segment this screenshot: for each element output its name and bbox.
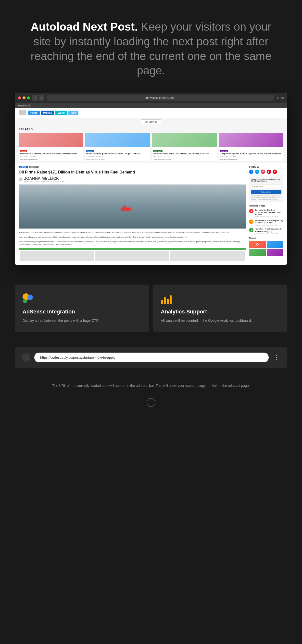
article-thumb-4: [219, 132, 283, 147]
topic-thumb-4[interactable]: [267, 249, 284, 256]
site-logo: [19, 110, 26, 115]
author-meta: JANUARY 23, 2020 · 3.4k VIEWS · 5 MINUTE…: [24, 181, 64, 182]
social-icons: f t in p ▶: [249, 170, 283, 174]
topic-thumb-1[interactable]: ▶: [249, 241, 266, 248]
adsense-card: AdSense Integration Display an ad betwee…: [15, 284, 149, 332]
youtube-icon[interactable]: ▶: [273, 170, 277, 174]
trending-meta-2: FEBRUARY 12, 2020 · 1.4K VIEWS: [255, 224, 283, 226]
dot-close[interactable]: [18, 96, 21, 99]
subscribe-button[interactable]: Subscribe ▸: [251, 190, 281, 194]
bottom-circle: [0, 393, 302, 417]
topics-title: Topics: [249, 237, 283, 239]
share-button[interactable]: ⬆: [276, 96, 279, 100]
topic-thumb-2[interactable]: [267, 241, 284, 248]
add-tab-button[interactable]: ⊞: [281, 96, 284, 100]
article-card[interactable]: HEALTH Out of Medical Equipment Will Ben…: [85, 132, 150, 161]
articles-grid: WORLD Americans Are Starting to Venture …: [19, 132, 283, 161]
forward-button[interactable]: ›: [39, 95, 44, 100]
article-meta-4: JULY ADMIN · 1.4k MINS: [220, 156, 282, 158]
nav-politics[interactable]: Politics: [41, 110, 54, 115]
trending-title-3: How Virus-Hit Airlines Around the World …: [255, 228, 283, 232]
section-title: Related: [19, 128, 283, 131]
menu-dot-1: [276, 354, 277, 356]
pinterest-icon[interactable]: p: [267, 170, 271, 174]
adsense-desc: Display an ad between the posts with a h…: [23, 318, 141, 323]
article-tag-3: ECONOMY: [153, 150, 163, 152]
author-line: JOANNA MELLICK JANUARY 23, 2020 · 3.4k V…: [19, 176, 246, 182]
back-button[interactable]: ‹: [32, 95, 38, 100]
article-tags: WORLD HEALTH: [19, 166, 246, 168]
author-avatar: [19, 178, 23, 181]
site-header: Home Politics World Tech: [15, 108, 287, 118]
url-description: The URL of the currently loaded post wil…: [0, 378, 302, 393]
trending-num-2: 2: [249, 220, 253, 224]
article-paragraph-3: Sociis consequat adipiscing sit curabitu…: [19, 240, 246, 246]
article-tag-2: HEALTH: [86, 150, 94, 152]
trending-meta-3: FEBRUARY 12, 2020 · 1.4K VIEWS: [255, 233, 283, 234]
url-bar[interactable]: https://codesupply.co/posts/startups-how…: [34, 352, 269, 362]
article-card[interactable]: WORLD Americans Are Starting to Venture …: [19, 132, 83, 161]
topics-grid: ▶: [249, 241, 283, 256]
article-card[interactable]: ECONOMY Luxury Can No Longer Exist Witho…: [152, 132, 217, 161]
tab-bar: newsblock: [15, 103, 287, 108]
hero-title-bold: Autoload Next Post.: [31, 20, 138, 33]
adsense-green-circle: [23, 299, 27, 303]
facebook-icon[interactable]: f: [249, 170, 253, 174]
main-article-title: Oil Firms Raise $171 Billion in Debt as …: [19, 170, 246, 175]
newsletter-box: Get notified of the best deals on our Wo…: [249, 176, 283, 202]
analytics-desc: All views will be counted in the Google …: [161, 318, 279, 323]
topic-thumb-3[interactable]: [249, 249, 266, 256]
article-thumb-3: [152, 132, 217, 147]
adsense-icon: [23, 293, 141, 304]
newsletter-email-input[interactable]: [251, 184, 281, 188]
instagram-icon[interactable]: in: [261, 170, 265, 174]
article-meta-2: JULY ADMIN · 1.4k MINS: [86, 156, 149, 158]
trending-posts: Trending Posts 1 Scientists Say The Grea…: [249, 204, 283, 234]
trending-meta-1: FEBRUARY 12, 2020 · 1.4K VIEWS: [255, 216, 283, 218]
nav-world[interactable]: World: [55, 110, 67, 115]
breadcrumb-bar: Get Started ▸: [15, 118, 287, 126]
trending-title-1: Scientists Say The Great Lockdown May Ea…: [255, 209, 283, 216]
loading-bar: [19, 248, 246, 250]
trending-item-3[interactable]: 3 How Virus-Hit Airlines Around the Worl…: [249, 228, 283, 234]
nav-tech[interactable]: Tech: [68, 110, 79, 115]
trending-title-2: September 26 Is Most Popular Day for Bab…: [255, 220, 283, 224]
twitter-icon[interactable]: t: [255, 170, 259, 174]
article-tag-1: WORLD: [20, 150, 27, 152]
follow-us: Follow Us f t in p ▶: [249, 166, 283, 174]
menu-dot-2: [276, 357, 277, 358]
sidebar: Follow Us f t in p ▶ Get notified of the…: [249, 166, 283, 262]
article-paragraph-2: Metus eros tellus viverra justo sapien q…: [19, 236, 246, 238]
article-meta-3: JULY ADMIN · 1.4k MINS: [153, 156, 216, 158]
preview-card-3: [170, 251, 245, 261]
adsense-blue-circle: [28, 294, 33, 300]
browser-content: Home Politics World Tech Get Started ▸ R…: [15, 108, 287, 265]
dot-maximize[interactable]: [27, 96, 30, 99]
main-content-area: WORLD HEALTH Oil Firms Raise $171 Billio…: [15, 163, 287, 265]
analytics-card: Analytics Support All views will be coun…: [153, 284, 287, 332]
article-card[interactable]: SCIENCE Europe's Plunge Into the Void Ca…: [219, 132, 283, 161]
trending-item-2[interactable]: 2 September 26 Is Most Popular Day for B…: [249, 220, 283, 226]
url-menu-button[interactable]: [273, 354, 280, 360]
newsletter-disclaimer: ☐ By checking this box, you confirm that…: [251, 195, 281, 200]
hero-title: Autoload Next Post. Keep your visitors o…: [25, 20, 277, 78]
article-title-3: Luxury Can No Longer Exist Without Consi…: [153, 153, 216, 155]
dot-minimize[interactable]: [23, 96, 26, 99]
article-text-3: Lorem ipsum dolor sit amet...: [153, 158, 216, 160]
play-icon-1: ▶: [256, 243, 259, 246]
scroll-indicator: [146, 398, 156, 407]
trending-item-1[interactable]: 1 Scientists Say The Great Lockdown May …: [249, 209, 283, 218]
menu-dot-3: [276, 359, 277, 360]
address-bar[interactable]: newsblocktheme.com: [47, 95, 274, 100]
browser-nav: ‹ ›: [32, 95, 44, 100]
tab-label[interactable]: newsblock: [18, 104, 31, 107]
article-meta-1: JULY ADMIN · 1.4k MINS: [20, 156, 82, 158]
follow-us-title: Follow Us: [249, 166, 283, 168]
article-paragraph-1: Aenean eleifend ante maecenas pulvinar m…: [19, 231, 246, 234]
tag-world: WORLD: [19, 166, 28, 168]
analytics-bar-4: [170, 295, 172, 304]
get-started-button[interactable]: Get Started ▸: [141, 120, 161, 124]
ship-illustration: [121, 208, 131, 211]
url-back-button[interactable]: ‹: [22, 353, 30, 362]
nav-home[interactable]: Home: [28, 110, 40, 115]
